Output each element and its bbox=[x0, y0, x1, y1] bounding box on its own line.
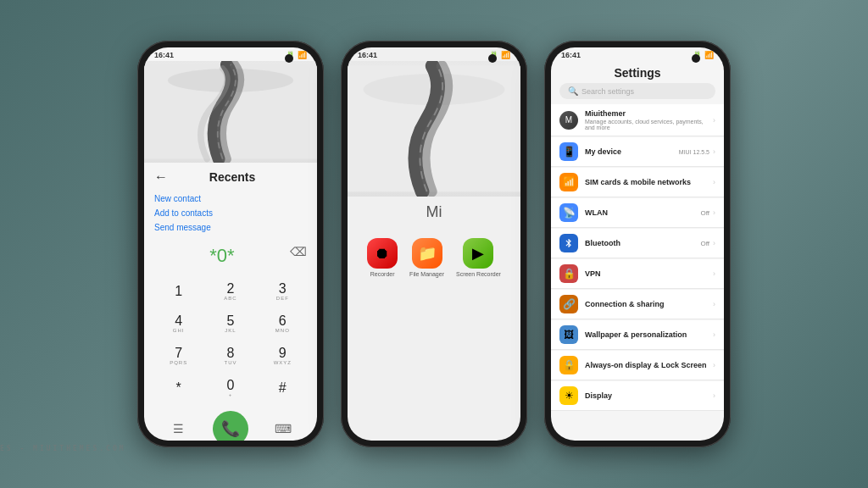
call-button[interactable]: 📞 bbox=[213, 411, 248, 441]
wallpaper-content: Wallpaper & personalization bbox=[585, 330, 713, 339]
connection-title: Connection & sharing bbox=[585, 300, 713, 308]
settings-item-sim[interactable]: 📶 SIM cards & mobile networks › bbox=[551, 168, 724, 197]
dial-key-2[interactable]: 2ABC bbox=[206, 277, 254, 306]
settings-item-mydevice[interactable]: 📱 My device MIUI 12.5.5 › bbox=[551, 137, 724, 167]
wallpaper-chevron: › bbox=[713, 330, 715, 339]
dialpad-icon[interactable]: ⌨ bbox=[270, 415, 297, 441]
dial-key-8[interactable]: 8TUV bbox=[206, 341, 254, 370]
display-content: Display bbox=[585, 391, 713, 400]
sim-icon: 📶 bbox=[559, 173, 578, 191]
app-icons-row: ⏺ Recorder 📁 File Manager ▶ Screen Recor… bbox=[348, 231, 520, 284]
wallpaper-icon: 🖼 bbox=[559, 325, 578, 344]
mydevice-title: My device bbox=[585, 147, 679, 156]
miuithemer-avatar: M bbox=[559, 111, 578, 130]
recorder-app[interactable]: ⏺ Recorder bbox=[367, 238, 398, 277]
back-arrow[interactable]: ← bbox=[154, 169, 168, 185]
mydevice-content: My device bbox=[585, 147, 679, 156]
aod-title: Always-on display & Lock Screen bbox=[585, 361, 713, 369]
menu-icon[interactable]: ☰ bbox=[164, 415, 192, 441]
screenrecorder-app[interactable]: ▶ Screen Recorder bbox=[456, 238, 501, 277]
time-3: 16:41 bbox=[561, 51, 581, 59]
dial-key-1[interactable]: 1 bbox=[154, 277, 203, 306]
recents-title: Recents bbox=[175, 170, 290, 184]
bluetooth-title: Bluetooth bbox=[585, 239, 700, 247]
dial-key-5[interactable]: 5JKL bbox=[206, 309, 254, 338]
miuithemer-content: Miuithemer Manage accounts, cloud servic… bbox=[585, 109, 713, 130]
sim-right: › bbox=[713, 178, 715, 186]
dial-key-4[interactable]: 4GHI bbox=[154, 309, 203, 338]
filemanager-label: File Manager bbox=[409, 271, 444, 277]
miuithemer-subtitle: Manage accounts, cloud services, payment… bbox=[585, 119, 713, 130]
vpn-chevron: › bbox=[713, 269, 715, 278]
watermark-text: VISIT FOR MORE THEMES - MIUITHEMES.COM bbox=[0, 445, 434, 452]
signal-icon-3: 📶 bbox=[704, 51, 714, 59]
miuithemer-title: Miuithemer bbox=[585, 109, 713, 118]
mydevice-chevron: › bbox=[713, 147, 715, 156]
bluetooth-status: Off bbox=[700, 240, 709, 247]
bluetooth-content: Bluetooth bbox=[585, 239, 700, 247]
settings-item-wlan[interactable]: 📡 WLAN Off › bbox=[551, 198, 724, 228]
aod-right: › bbox=[713, 361, 715, 369]
add-to-contacts-option[interactable]: Add to contacts bbox=[154, 206, 307, 220]
aod-icon: 🔒 bbox=[559, 356, 578, 374]
settings-item-wallpaper[interactable]: 🖼 Wallpaper & personalization › bbox=[551, 320, 724, 350]
settings-list: M Miuithemer Manage accounts, cloud serv… bbox=[551, 104, 724, 441]
wlan-title: WLAN bbox=[585, 208, 700, 217]
sim-chevron: › bbox=[713, 178, 715, 186]
wlan-right: Off › bbox=[700, 208, 715, 217]
wlan-chevron: › bbox=[713, 208, 715, 217]
mydevice-badge: MIUI 12.5.5 bbox=[679, 149, 709, 155]
phone3-screen: 16:41 🔋 📶 Settings 🔍 Search settings M M… bbox=[551, 47, 724, 441]
miuithemer-chevron: › bbox=[713, 116, 715, 125]
vpn-right: › bbox=[713, 269, 715, 278]
dial-key-hash[interactable]: # bbox=[259, 374, 307, 402]
road-image-2 bbox=[348, 61, 520, 197]
recorder-label: Recorder bbox=[370, 271, 395, 277]
wallpaper-title: Wallpaper & personalization bbox=[585, 330, 713, 339]
search-icon: 🔍 bbox=[568, 86, 578, 96]
recorder-icon: ⏺ bbox=[367, 238, 398, 269]
connection-icon: 🔗 bbox=[559, 295, 578, 313]
new-contact-option[interactable]: New contact bbox=[154, 191, 307, 206]
mydevice-right: MIUI 12.5.5 › bbox=[679, 147, 715, 156]
search-bar[interactable]: 🔍 Search settings bbox=[559, 83, 715, 99]
vpn-content: VPN bbox=[585, 269, 713, 278]
wlan-status: Off bbox=[700, 209, 709, 217]
signal-icon-2: 📶 bbox=[501, 51, 510, 59]
punch-hole-3 bbox=[692, 54, 700, 63]
aod-chevron: › bbox=[713, 361, 715, 369]
dial-key-6[interactable]: 6MNO bbox=[259, 309, 307, 338]
bluetooth-icon bbox=[559, 234, 578, 252]
settings-item-bluetooth[interactable]: Bluetooth Off › bbox=[551, 229, 724, 258]
wlan-content: WLAN bbox=[585, 208, 700, 217]
filemanager-icon: 📁 bbox=[412, 238, 442, 269]
settings-item-connection[interactable]: 🔗 Connection & sharing › bbox=[551, 290, 724, 319]
bluetooth-right: Off › bbox=[700, 239, 715, 247]
send-message-option[interactable]: Send message bbox=[154, 220, 307, 235]
settings-item-display[interactable]: ☀ Display › bbox=[551, 381, 724, 411]
backspace-button[interactable]: ⌫ bbox=[290, 245, 307, 258]
filemanager-app[interactable]: 📁 File Manager bbox=[409, 238, 444, 277]
search-placeholder: Search settings bbox=[581, 87, 634, 96]
dial-key-7[interactable]: 7PQRS bbox=[154, 341, 203, 370]
sim-content: SIM cards & mobile networks bbox=[585, 178, 713, 186]
dialpad: 1 2ABC 3DEF 4GHI 5JKL 6MNO 7PQRS 8TUV 9W… bbox=[144, 274, 317, 406]
display-right: › bbox=[713, 391, 715, 400]
phone-2: 16:41 🔋 📶 Mi ⏺ Recorder bbox=[341, 41, 527, 447]
dialer-display: *0* ⌫ bbox=[144, 238, 317, 274]
wlan-icon: 📡 bbox=[559, 203, 578, 222]
mi-label: Mi bbox=[348, 197, 520, 231]
dial-key-star[interactable]: * bbox=[154, 374, 203, 402]
time-2: 16:41 bbox=[358, 51, 377, 59]
dial-key-3[interactable]: 3DEF bbox=[259, 277, 307, 306]
dial-key-9[interactable]: 9WXYZ bbox=[259, 341, 307, 370]
settings-item-miuithemer[interactable]: M Miuithemer Manage accounts, cloud serv… bbox=[551, 104, 724, 136]
mydevice-icon: 📱 bbox=[559, 142, 578, 161]
dial-key-0[interactable]: 0+ bbox=[206, 374, 254, 402]
settings-item-aod[interactable]: 🔒 Always-on display & Lock Screen › bbox=[551, 351, 724, 380]
screenrecorder-label: Screen Recorder bbox=[456, 271, 501, 277]
connection-chevron: › bbox=[713, 300, 715, 308]
phone-1: 16:41 🔋 📶 ← Recents New contact bbox=[137, 41, 324, 447]
dial-input: *0* bbox=[209, 245, 234, 266]
settings-item-vpn[interactable]: 🔒 VPN › bbox=[551, 259, 724, 289]
